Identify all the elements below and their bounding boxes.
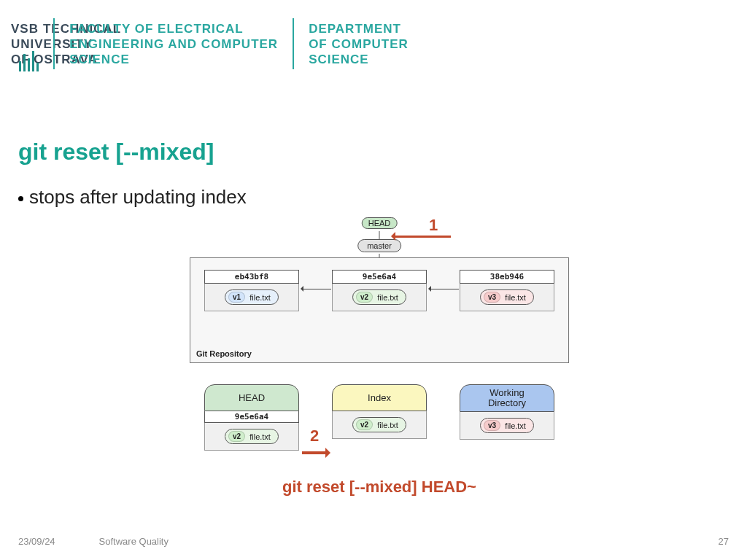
commit-1-file: file.txt [249,293,271,302]
commit-3-file: file.txt [505,293,526,302]
git-reset-diagram: HEAD master 1 Git Repository eb43bf8 v1f… [190,215,569,492]
slide-title: git reset [--mixed] [18,139,214,166]
work-area-file: file.txt [505,421,526,430]
index-area-ver: v2 [356,419,373,430]
slide-header: VSBTECHNICAL UNIVERSITY OF OSTRAVA FACUL… [11,11,736,77]
head-area-ver: v2 [228,431,245,442]
repo-label: Git Repository [196,349,252,358]
step-2-label: 2 [310,427,319,446]
work-area-line2: Directory [488,397,526,408]
arrow-head-to-master-icon [379,231,380,239]
master-pill: master [357,239,401,252]
faculty-line3: SCIENCE [69,52,130,66]
working-directory-area: WorkingDirectory v3file.txt [460,384,554,440]
commit-1-sha: eb43bf8 [204,270,299,284]
commit-1-ver: v1 [228,292,245,303]
faculty-line1: FACULTY OF ELECTRICAL [69,22,244,36]
faculty-block: FACULTY OF ELECTRICAL ENGINEERING AND CO… [53,18,293,69]
work-area-line1: Working [489,387,524,398]
head-pill: HEAD [362,217,398,229]
commit-2-ver: v2 [356,292,373,303]
commit-2-sha: 9e5e6a4 [332,270,427,284]
commit-3-ver: v3 [484,292,500,303]
head-area-label: HEAD [204,384,299,411]
slide-footer: 23/09/24 Software Quality 27 [18,536,729,547]
index-area: Index v2file.txt [332,384,427,439]
footer-page: 27 [719,536,729,547]
bullet-1: stops after updating index [18,186,247,209]
university-logo: VSBTECHNICAL UNIVERSITY OF OSTRAVA [11,18,53,69]
dept-line1: DEPARTMENT [309,22,401,36]
command-caption: git reset [--mixed] HEAD~ [190,478,569,497]
step-1-arrow-icon [394,236,451,238]
vsb-bars-icon [19,47,39,71]
step-1-label: 1 [429,216,438,235]
bullet-dot-icon [18,196,23,201]
department-block: DEPARTMENT OF COMPUTER SCIENCE [293,18,423,69]
work-area-ver: v3 [484,420,500,431]
arrow-commit2-to-commit1-icon [302,289,331,289]
footer-course: Software Quality [99,536,169,547]
bullet-text: stops after updating index [29,186,247,209]
dept-line3: SCIENCE [309,52,369,66]
step-2-arrow-icon [302,451,328,454]
vsb-abbrev: VSB [11,22,39,36]
arrow-commit3-to-commit2-icon [430,289,459,289]
commit-3: 38eb946 v3file.txt [460,270,554,311]
commit-2-file: file.txt [377,293,398,302]
commit-1: eb43bf8 v1file.txt [204,270,299,311]
index-area-label: Index [332,384,427,411]
head-area: HEAD 9e5e6a4 v2file.txt [204,384,299,451]
head-area-sha: 9e5e6a4 [204,411,299,423]
commit-3-sha: 38eb946 [460,270,554,284]
footer-date: 23/09/24 [18,536,55,547]
dept-line2: OF COMPUTER [309,37,409,51]
commit-2: 9e5e6a4 v2file.txt [332,270,427,311]
faculty-line2: ENGINEERING AND COMPUTER [69,37,278,51]
head-area-file: file.txt [249,432,271,441]
index-area-file: file.txt [377,421,398,429]
